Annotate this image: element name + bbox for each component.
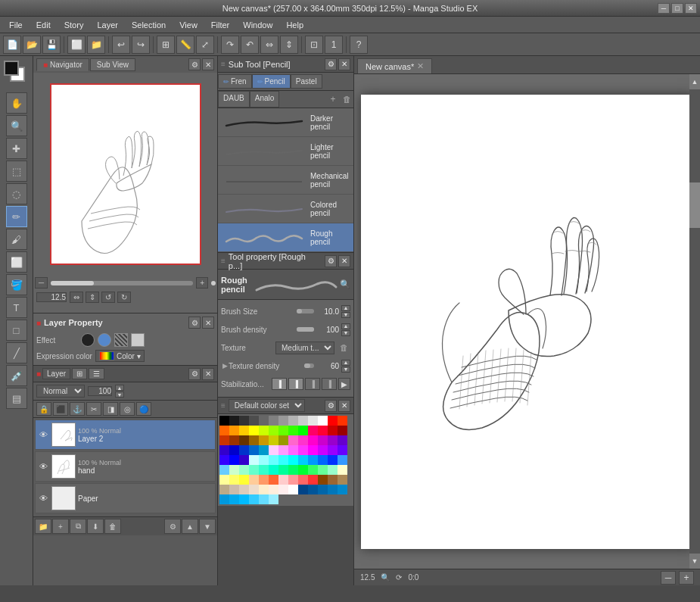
color-cell[interactable] (269, 435, 278, 445)
menu-help[interactable]: Help (280, 19, 310, 31)
nav-rotate-left[interactable]: ↺ (101, 292, 115, 303)
scroll-down-btn[interactable]: ▼ (689, 554, 700, 569)
lock-alpha-button[interactable]: 🔒 (36, 402, 51, 416)
layer-prop-settings[interactable]: ⚙ (188, 317, 201, 329)
color-cell[interactable] (249, 485, 259, 494)
tool-prop-settings-btn[interactable]: ⚙ (325, 255, 337, 267)
color-cell[interactable] (288, 416, 298, 426)
effect-black-circle[interactable] (81, 333, 95, 347)
color-cell[interactable] (269, 485, 278, 494)
color-cell[interactable] (219, 475, 229, 485)
nav-close-button[interactable]: ✕ (202, 58, 214, 70)
color-cell[interactable] (219, 455, 229, 465)
layer-add-new[interactable]: + (52, 519, 69, 534)
sub-tool-close-button[interactable]: ✕ (338, 58, 350, 70)
brush-tool[interactable]: 🖌 (6, 229, 27, 250)
color-cell[interactable] (249, 465, 259, 475)
layer-delete[interactable]: 🗑 (104, 519, 121, 534)
color-cell[interactable] (328, 455, 338, 465)
color-cell[interactable] (278, 426, 288, 435)
texture-density-down[interactable]: ▼ (341, 367, 350, 373)
scroll-thumb-v[interactable] (689, 182, 700, 228)
color-cell[interactable] (269, 416, 278, 426)
color-cell[interactable] (269, 494, 278, 504)
color-cell[interactable] (318, 416, 328, 426)
nav-rotate[interactable] (211, 281, 216, 285)
grid-button[interactable]: ⊞ (157, 36, 175, 54)
opacity-up[interactable]: ▲ (115, 385, 124, 391)
selection-tool[interactable]: ⬚ (6, 161, 27, 182)
color-cell[interactable] (338, 435, 347, 445)
layer-tab-3[interactable]: ☰ (89, 368, 104, 379)
color-cell[interactable] (219, 445, 229, 455)
menu-story[interactable]: Story (58, 19, 90, 31)
color-cell[interactable] (269, 455, 278, 465)
eraser-tool[interactable]: ⬜ (6, 251, 27, 273)
color-cell[interactable] (259, 416, 269, 426)
close-button[interactable]: ✕ (685, 3, 697, 14)
color-cell[interactable] (249, 494, 259, 504)
layer-eye-hand[interactable]: 👁 (37, 460, 49, 473)
hand-tool[interactable]: ✋ (6, 92, 27, 114)
color-cell[interactable] (219, 485, 229, 494)
color-cell[interactable] (288, 426, 298, 435)
clip-button[interactable]: ✂ (86, 402, 101, 416)
color-cell[interactable] (249, 426, 259, 435)
eyedropper-tool[interactable]: 💉 (6, 365, 27, 386)
color-cell[interactable] (229, 435, 239, 445)
effect-blue-circle[interactable] (98, 333, 111, 347)
texture-density-expand[interactable]: ▶ (221, 362, 229, 370)
color-cell[interactable] (278, 455, 288, 465)
color-cell[interactable] (288, 475, 298, 485)
texture-density-slider[interactable] (304, 363, 314, 368)
color-cell[interactable] (269, 475, 278, 485)
status-zoom-out[interactable]: ─ (661, 571, 676, 585)
color-cell[interactable] (229, 416, 239, 426)
color-cell[interactable] (308, 465, 318, 475)
flip-v-button[interactable]: ⇕ (280, 36, 298, 54)
color-cell[interactable] (259, 435, 269, 445)
layer-tab-2[interactable]: ⊞ (72, 368, 87, 379)
layer-settings-button[interactable]: ⚙ (188, 368, 201, 380)
color-cell[interactable] (249, 475, 259, 485)
new-file-button[interactable]: 📄 (3, 36, 21, 54)
color-cell[interactable] (298, 426, 308, 435)
tool-prop-zoom-btn[interactable]: 🔍 (340, 278, 350, 292)
color-cell[interactable] (308, 475, 318, 485)
color-cell[interactable] (328, 416, 338, 426)
help-btn[interactable]: ? (350, 36, 368, 54)
color-cell[interactable] (269, 465, 278, 475)
color-cell[interactable] (229, 465, 239, 475)
color-cell[interactable] (308, 445, 318, 455)
layer-add-folder[interactable]: 📁 (35, 519, 51, 534)
color-cell[interactable] (239, 426, 249, 435)
color-cell[interactable] (318, 445, 328, 455)
color-cell[interactable] (269, 426, 278, 435)
color-cell[interactable] (259, 455, 269, 465)
scroll-up-btn[interactable]: ▲ (689, 74, 700, 89)
stab-more-btn[interactable]: ▶ (338, 378, 350, 390)
transform-button[interactable]: ⤢ (196, 36, 214, 54)
color-cell[interactable] (239, 465, 249, 475)
brush-size-down[interactable]: ▼ (341, 312, 350, 318)
color-cell[interactable] (318, 485, 328, 494)
sub-tool-lighter-pencil[interactable]: Lighter pencil (218, 137, 353, 166)
color-cell[interactable] (328, 465, 338, 475)
color-cell[interactable] (219, 435, 229, 445)
sub-tool-add-btn[interactable]: + (326, 91, 340, 108)
color-cell[interactable] (288, 465, 298, 475)
zoom-1-button[interactable]: 1 (325, 36, 343, 54)
move-tool[interactable]: ✚ (6, 138, 27, 159)
color-cell[interactable] (239, 494, 249, 504)
color-cell[interactable] (219, 465, 229, 475)
open-file-button[interactable]: 📂 (23, 36, 41, 54)
stab-btn-4[interactable]: ▐ (322, 378, 337, 390)
zoom-tool[interactable]: 🔍 (6, 115, 27, 136)
color-cell[interactable] (318, 435, 328, 445)
color-cell[interactable] (229, 494, 239, 504)
canvas-scrollbar-v[interactable]: ▲ ▼ (689, 74, 700, 569)
fg-color-swatch[interactable] (4, 61, 19, 76)
layer-eye-layer2[interactable]: 👁 (37, 429, 49, 441)
color-cell[interactable] (288, 485, 298, 494)
gradient-tool[interactable]: ▤ (6, 388, 27, 409)
